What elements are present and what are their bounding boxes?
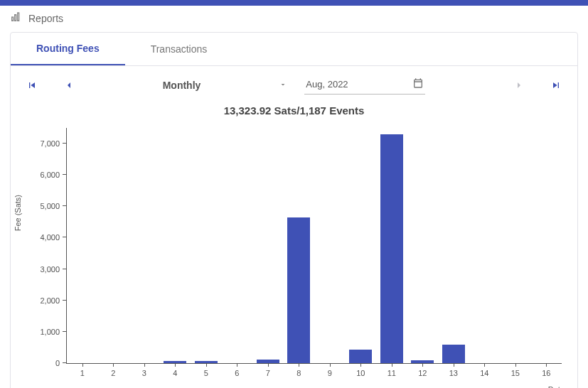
- bar-slot: 8: [284, 128, 315, 363]
- svg-rect-1: [15, 15, 16, 21]
- chart: Fee (Sats) Date 12345678910111213141516 …: [11, 124, 577, 388]
- bar-slot: 9: [314, 128, 346, 363]
- x-tick-label: 1: [80, 363, 85, 377]
- bar-slot: 10: [346, 128, 377, 363]
- y-tick-label: 4,000: [40, 233, 67, 242]
- x-axis-label: Date: [548, 385, 565, 388]
- bar[interactable]: [442, 345, 465, 363]
- bar-slot: 4: [160, 128, 191, 363]
- bar-slot: 12: [407, 128, 439, 363]
- y-tick-label: 5,000: [40, 202, 67, 210]
- page-header: Reports: [0, 6, 588, 32]
- bar-slot: 11: [376, 128, 407, 363]
- plot-area: 12345678910111213141516 01,0002,0003,000…: [66, 128, 562, 364]
- tab-routing-fees[interactable]: Routing Fees: [11, 33, 125, 65]
- dropdown-icon: [279, 80, 287, 91]
- svg-rect-0: [12, 17, 14, 21]
- bar-slot: 13: [438, 128, 469, 363]
- bar[interactable]: [349, 350, 372, 363]
- x-tick-label: 15: [511, 363, 520, 377]
- prev-button[interactable]: [60, 77, 77, 94]
- report-panel: Routing Fees Transactions Monthly Aug, 2…: [10, 32, 578, 388]
- x-tick-label: 11: [387, 363, 396, 377]
- y-tick-label: 7,000: [40, 139, 67, 148]
- bar-slot: 16: [531, 128, 562, 363]
- y-axis-label: Fee (Sats): [14, 195, 22, 231]
- x-tick-label: 5: [204, 363, 208, 377]
- calendar-icon: [412, 77, 424, 91]
- bar-slot: 15: [500, 128, 531, 363]
- x-tick-label: 2: [111, 363, 115, 377]
- x-tick-label: 10: [356, 363, 365, 377]
- bar[interactable]: [287, 217, 310, 363]
- x-tick-label: 12: [418, 363, 427, 377]
- first-page-button[interactable]: [23, 77, 41, 94]
- x-tick-label: 14: [480, 363, 488, 377]
- x-tick-label: 8: [296, 363, 301, 377]
- reports-icon: [10, 11, 21, 25]
- chart-summary: 13,323.92 Sats/1,187 Events: [11, 100, 577, 124]
- page-title: Reports: [28, 13, 63, 24]
- y-tick-label: 3,000: [40, 265, 67, 274]
- bar-slot: 14: [469, 128, 501, 363]
- y-tick-label: 6,000: [40, 171, 67, 179]
- x-tick-label: 6: [235, 363, 239, 377]
- period-select[interactable]: Monthly: [163, 77, 288, 94]
- x-tick-label: 16: [542, 363, 550, 377]
- date-value: Aug, 2022: [306, 79, 348, 90]
- x-tick-label: 13: [449, 363, 458, 377]
- date-picker[interactable]: Aug, 2022: [304, 76, 425, 95]
- bar-slot: 6: [222, 128, 253, 363]
- next-button[interactable]: [511, 77, 528, 94]
- bar-slot: 2: [98, 128, 129, 363]
- bar-slot: 3: [129, 128, 160, 363]
- last-page-button[interactable]: [547, 77, 565, 94]
- y-tick-label: 0: [55, 359, 67, 367]
- x-tick-label: 7: [266, 363, 270, 377]
- bar-slot: 7: [252, 128, 284, 363]
- top-accent-bar: [0, 0, 588, 6]
- bar-slot: 1: [67, 128, 98, 363]
- y-tick-label: 2,000: [40, 296, 67, 305]
- y-tick-label: 1,000: [40, 328, 67, 336]
- x-tick-label: 3: [142, 363, 146, 377]
- tabs: Routing Fees Transactions: [11, 33, 577, 66]
- chart-controls: Monthly Aug, 2022: [11, 66, 577, 100]
- bar-slot: 5: [191, 128, 222, 363]
- svg-rect-2: [18, 13, 19, 21]
- period-label: Monthly: [163, 80, 201, 91]
- tab-transactions[interactable]: Transactions: [125, 33, 233, 65]
- x-tick-label: 9: [328, 363, 332, 377]
- bar[interactable]: [380, 134, 403, 363]
- x-tick-label: 4: [173, 363, 177, 377]
